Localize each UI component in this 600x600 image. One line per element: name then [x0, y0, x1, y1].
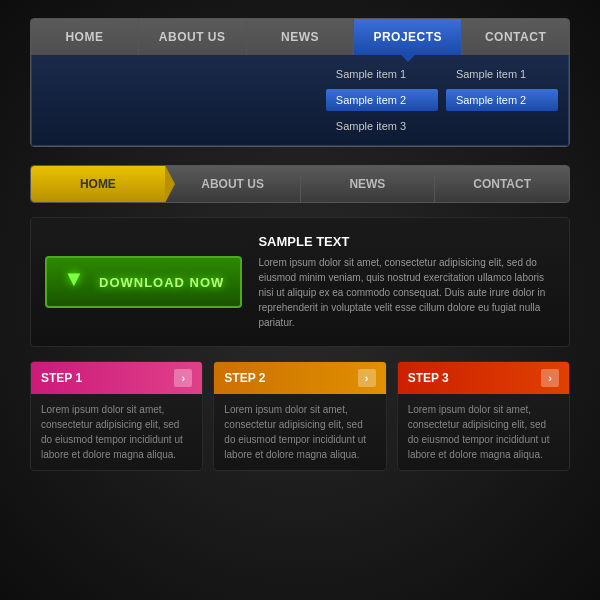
download-arrow-icon — [63, 268, 91, 296]
nav1-container: HOME ABOUT US NEWS PROJECTS CONTACT Samp… — [30, 18, 570, 147]
nav1-item-news[interactable]: NEWS — [247, 19, 355, 55]
step1-body: Lorem ipsum dolor sit amet, consectetur … — [31, 394, 202, 470]
download-button[interactable]: DOWNLOAD NOW — [45, 256, 242, 308]
step3-text: Lorem ipsum dolor sit amet, consectetur … — [408, 402, 559, 462]
nav1-item-projects[interactable]: PROJECTS — [354, 19, 462, 55]
nav2-item-news[interactable]: NEWS — [301, 166, 436, 202]
step-card-2: STEP 2 › Lorem ipsum dolor sit amet, con… — [213, 361, 386, 471]
download-title: SAMPLE TEXT — [258, 234, 555, 249]
nav1-item-contact[interactable]: CONTACT — [462, 19, 569, 55]
dd-item-2[interactable]: Sample item 2 — [326, 89, 438, 111]
step2-body: Lorem ipsum dolor sit amet, consectetur … — [214, 394, 385, 470]
step3-label: STEP 3 — [408, 371, 449, 385]
download-button-label: DOWNLOAD NOW — [99, 275, 224, 290]
step3-body: Lorem ipsum dolor sit amet, consectetur … — [398, 394, 569, 470]
dd-item-1[interactable]: Sample item 1 — [326, 63, 438, 85]
step1-header[interactable]: STEP 1 › — [31, 362, 202, 394]
nav2-container: HOME ABOUT US NEWS CONTACT — [30, 165, 570, 203]
download-section: DOWNLOAD NOW SAMPLE TEXT Lorem ipsum dol… — [30, 217, 570, 347]
dd-item-3[interactable]: Sample item 3 — [326, 115, 438, 137]
step3-header[interactable]: STEP 3 › — [398, 362, 569, 394]
step2-text: Lorem ipsum dolor sit amet, consectetur … — [224, 402, 375, 462]
step2-arrow-icon: › — [358, 369, 376, 387]
dd-item-c2-2[interactable]: Sample item 2 — [446, 89, 558, 111]
download-body: Lorem ipsum dolor sit amet, consectetur … — [258, 255, 555, 330]
nav1-item-home[interactable]: HOME — [31, 19, 139, 55]
nav1-bar: HOME ABOUT US NEWS PROJECTS CONTACT — [31, 19, 569, 55]
step1-text: Lorem ipsum dolor sit amet, consectetur … — [41, 402, 192, 462]
nav1-item-about[interactable]: ABOUT US — [139, 19, 247, 55]
nav2-item-home[interactable]: HOME — [31, 166, 166, 202]
dropdown-panel: Sample item 1 Sample item 2 Sample item … — [31, 55, 569, 146]
step1-label: STEP 1 — [41, 371, 82, 385]
dropdown-col2: Sample item 1 Sample item 2 — [446, 63, 558, 137]
nav2-item-contact[interactable]: CONTACT — [435, 166, 569, 202]
step1-arrow-icon: › — [174, 369, 192, 387]
dd-item-c2-1[interactable]: Sample item 1 — [446, 63, 558, 85]
nav2-item-about[interactable]: ABOUT US — [166, 166, 301, 202]
step3-arrow-icon: › — [541, 369, 559, 387]
step-card-1: STEP 1 › Lorem ipsum dolor sit amet, con… — [30, 361, 203, 471]
step2-label: STEP 2 — [224, 371, 265, 385]
steps-section: STEP 1 › Lorem ipsum dolor sit amet, con… — [30, 361, 570, 471]
step2-header[interactable]: STEP 2 › — [214, 362, 385, 394]
download-text-area: SAMPLE TEXT Lorem ipsum dolor sit amet, … — [258, 234, 555, 330]
dropdown-col1: Sample item 1 Sample item 2 Sample item … — [326, 63, 438, 137]
step-card-3: STEP 3 › Lorem ipsum dolor sit amet, con… — [397, 361, 570, 471]
